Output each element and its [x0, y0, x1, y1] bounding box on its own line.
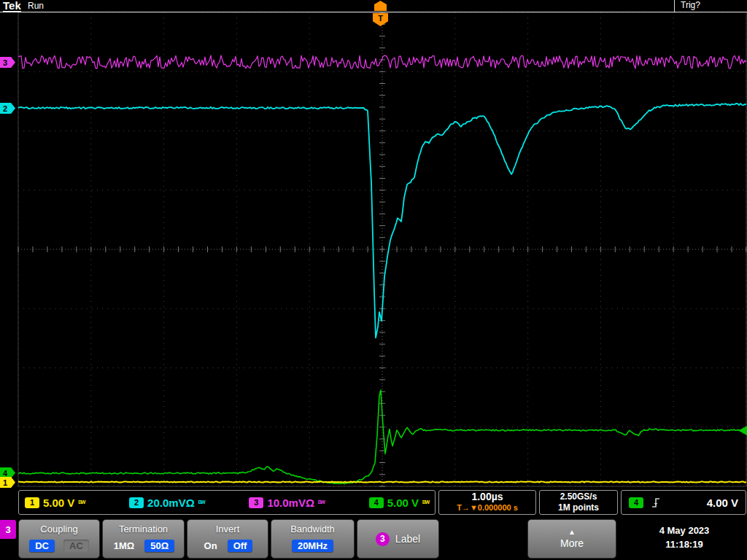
termination-button[interactable]: Termination 1MΩ 50Ω — [102, 519, 185, 559]
channel4-bandwidth-icon: ᴮᵂ — [422, 499, 429, 507]
invert-button[interactable]: Invert On Off — [187, 519, 268, 559]
top-status-bar: Tek Run Trig? — [0, 0, 747, 12]
rising-edge-icon — [651, 497, 661, 509]
trigger-source-badge: 4 — [629, 497, 643, 508]
invert-title: Invert — [187, 524, 268, 534]
waveform-ch3 — [18, 55, 746, 69]
waveform-ch1 — [18, 481, 746, 482]
channel1-readout: 1 5.00 V ᴮᵂ — [25, 497, 85, 509]
channel3-menu-tab[interactable]: 3 — [0, 520, 16, 539]
bottom-menu-bar: 3 Coupling DC AC Termination 1MΩ 50Ω Inv… — [0, 518, 747, 560]
channel4-badge: 4 — [369, 497, 384, 508]
record-length: 1M points — [558, 502, 599, 513]
channel2-readout: 2 20.0mVΩ ᴮᵂ — [129, 497, 204, 509]
label-channel-badge: 3 — [376, 532, 390, 546]
time-display: 11:18:19 — [626, 537, 743, 551]
bandwidth-title: Bandwidth — [271, 524, 354, 534]
channel3-badge: 3 — [249, 497, 263, 508]
channel2-bandwidth-icon: ᴮᵂ — [198, 499, 205, 507]
graticule-and-waveforms — [0, 0, 747, 560]
channel1-bandwidth-icon: ᴮᵂ — [78, 499, 85, 507]
trigger-readout: 4 4.00 V — [621, 490, 746, 515]
up-arrow-icon: ▲ — [568, 529, 576, 536]
trigger-status-label: Trig? — [681, 0, 700, 10]
trigger-time-readout: T→▼0.000000 s — [457, 502, 518, 513]
more-label: More — [560, 537, 584, 549]
acquisition-run-status: Run — [28, 1, 44, 11]
waveform-ch4 — [18, 390, 740, 484]
termination-1mohm-option[interactable]: 1MΩ — [112, 540, 136, 552]
coupling-dc-option[interactable]: DC — [29, 540, 55, 552]
channel3-bandwidth-icon: ᴮᵂ — [318, 499, 325, 507]
trigger-time-icon: T→▼ — [457, 503, 478, 512]
termination-50ohm-option[interactable]: 50Ω — [144, 540, 174, 552]
trigger-time-value: 0.000000 s — [478, 503, 518, 512]
channel2-badge: 2 — [129, 497, 144, 508]
channel1-scale: 5.00 V — [43, 497, 74, 509]
channel3-readout: 3 10.0mVΩ ᴮᵂ — [249, 497, 324, 509]
channel1-badge: 1 — [25, 497, 39, 508]
coupling-title: Coupling — [19, 524, 99, 534]
waveform-ch2 — [18, 104, 746, 338]
coupling-button[interactable]: Coupling DC AC — [18, 519, 100, 559]
channel2-scale: 20.0mVΩ — [147, 497, 195, 509]
tek-logo: Tek — [3, 0, 21, 12]
horizontal-readout: 1.00µs T→▼0.000000 s — [438, 490, 536, 515]
channel4-scale: 5.00 V — [387, 497, 419, 509]
more-button[interactable]: ▲ More — [527, 519, 616, 559]
channel4-readout: 4 5.00 V ᴮᵂ — [369, 497, 429, 509]
bandwidth-button[interactable]: Bandwidth 20MHz — [271, 519, 355, 559]
timebase-scale: 1.00µs — [471, 491, 503, 502]
trigger-status-indicator: Trig? — [674, 0, 746, 12]
acquisition-readout: 2.50GS/s 1M points — [539, 490, 618, 515]
channel3-scale: 10.0mVΩ — [267, 497, 314, 509]
channel-readout-bar: 1 5.00 V ᴮᵂ 2 20.0mVΩ ᴮᵂ 3 10.0mVΩ ᴮᵂ 4 … — [18, 490, 436, 515]
coupling-ac-option[interactable]: AC — [63, 540, 89, 552]
sample-rate: 2.50GS/s — [560, 491, 597, 502]
termination-title: Termination — [103, 524, 184, 534]
date-display: 4 May 2023 — [626, 524, 743, 537]
trigger-level-value: 4.00 V — [707, 497, 738, 509]
bandwidth-20mhz-option[interactable]: 20MHz — [292, 540, 333, 552]
invert-off-option[interactable]: Off — [228, 540, 253, 552]
invert-on-option[interactable]: On — [203, 540, 219, 552]
date-time-display: 4 May 2023 11:18:19 — [626, 524, 743, 551]
label-title: Label — [395, 533, 420, 545]
label-button[interactable]: 3 Label — [357, 519, 439, 559]
